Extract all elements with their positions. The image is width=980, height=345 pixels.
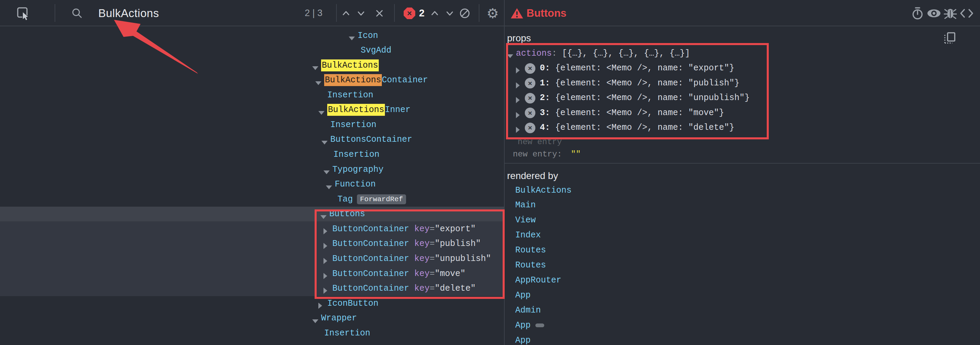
prev-error-button[interactable]	[428, 0, 442, 26]
array-index: 3:	[540, 108, 555, 118]
panel-divider[interactable]	[504, 0, 505, 345]
row-text: "export"	[435, 224, 476, 234]
log-bug-icon[interactable]	[942, 0, 958, 26]
owner-item[interactable]: Routes	[515, 243, 546, 258]
chevron-right-icon[interactable]	[516, 75, 520, 91]
array-item-preview: {element: <Memo />, name: "delete"}	[555, 123, 734, 133]
owner-item[interactable]: Index	[515, 228, 541, 243]
forwardref-badge: ForwardRef	[357, 194, 406, 204]
owner-item[interactable]: Admin	[515, 303, 541, 318]
view-source-code-icon[interactable]	[959, 0, 975, 26]
delete-entry-icon[interactable]: ×	[525, 108, 535, 118]
tree-row[interactable]: Function	[0, 177, 504, 192]
row-text: key	[414, 224, 430, 234]
inspect-dom-eye-icon[interactable]	[926, 0, 942, 26]
row-text: =	[430, 224, 435, 234]
props-array-item[interactable]: ×4: {element: <Memo />, name: "delete"}	[0, 120, 476, 135]
chevron-down-icon[interactable]	[349, 28, 355, 43]
tree-row-label: IconButton	[327, 296, 379, 311]
owner-item[interactable]: App	[515, 288, 531, 303]
chevron-down-icon[interactable]	[326, 177, 332, 192]
owner-item[interactable]: View	[515, 213, 536, 228]
chevron-down-icon[interactable]	[323, 162, 329, 177]
owner-label: View	[515, 215, 536, 225]
chevron-right-icon[interactable]	[323, 236, 327, 251]
chevron-down-icon[interactable]	[507, 46, 513, 61]
toolbar: BulkActions 2 | 3 × 2 ⚙ Buttons	[0, 0, 980, 26]
tree-row[interactable]: Insertion	[0, 147, 504, 162]
chevron-right-icon[interactable]	[516, 105, 520, 120]
tree-row[interactable]: IconButton	[0, 296, 504, 311]
chevron-right-icon[interactable]	[318, 296, 322, 311]
owner-label: Routes	[515, 260, 546, 270]
array-index: 0:	[540, 63, 555, 73]
clear-search-button[interactable]	[372, 0, 386, 26]
tree-row[interactable]: Wrapper	[0, 311, 504, 326]
chevron-right-icon[interactable]	[323, 281, 327, 296]
tree-row-label: ButtonContainer key="export"	[332, 221, 476, 236]
props-array-item[interactable]: ×3: {element: <Memo />, name: "move"}	[0, 105, 476, 120]
copy-props-icon[interactable]	[941, 29, 958, 46]
chevron-right-icon[interactable]	[516, 61, 520, 76]
tree-row[interactable]: TagForwardRef	[0, 192, 504, 207]
owner-item[interactable]: AppRouter	[515, 273, 561, 288]
owner-item[interactable]: Routes	[515, 258, 546, 273]
delete-entry-icon[interactable]: ×	[525, 123, 535, 133]
settings-gear-icon[interactable]: ⚙	[485, 0, 501, 26]
new-entry-row[interactable]: new entry:""	[513, 150, 581, 159]
tree-row[interactable]: ButtonContainer key="export"	[0, 221, 504, 236]
toolbar-divider	[336, 4, 337, 22]
props-array-item[interactable]: ×1: {element: <Memo />, name: "publish"}	[0, 75, 476, 91]
tree-row[interactable]: Insertion	[0, 326, 504, 340]
props-array-item[interactable]: ×2: {element: <Memo />, name: "unpublish…	[0, 91, 476, 105]
chevron-right-icon[interactable]	[516, 91, 520, 105]
tree-row-label: Buttons	[329, 207, 365, 222]
delete-entry-icon[interactable]: ×	[525, 93, 535, 104]
props-item-text: 4: {element: <Memo />, name: "delete"}	[540, 120, 734, 135]
chevron-right-icon[interactable]	[323, 266, 327, 281]
row-text: Buttons	[329, 209, 365, 219]
tree-row-label: Wrapper	[321, 311, 357, 326]
owner-item[interactable]: BulkActions	[515, 183, 571, 198]
tree-row[interactable]: Typography	[0, 162, 504, 177]
tree-row[interactable]: ButtonContainer key="delete"	[0, 281, 504, 296]
suspense-stopwatch-icon[interactable]	[910, 0, 925, 26]
chevron-right-icon[interactable]	[323, 251, 327, 267]
props-array-item[interactable]: ×0: {element: <Memo />, name: "export"}	[0, 61, 476, 76]
tree-row[interactable]: Buttons	[0, 207, 504, 222]
tree-row-label: ButtonContainer key="publish"	[332, 236, 481, 251]
owner-item[interactable]: App	[515, 318, 544, 333]
tree-row-label: ButtonContainer key="move"	[332, 266, 465, 281]
chevron-right-icon[interactable]	[516, 120, 520, 135]
new-entry-value[interactable]: ""	[571, 150, 581, 159]
delete-entry-icon[interactable]: ×	[525, 63, 535, 74]
tree-row[interactable]: Icon	[0, 28, 504, 43]
next-result-button[interactable]	[354, 0, 368, 26]
owner-label: App	[515, 290, 531, 300]
row-text: ButtonContainer	[332, 239, 414, 249]
chevron-down-icon[interactable]	[320, 207, 326, 222]
owner-label: Admin	[515, 305, 541, 315]
new-entry-inner[interactable]: new entry	[518, 137, 562, 147]
next-error-button[interactable]	[443, 0, 457, 26]
prev-result-button[interactable]	[339, 0, 353, 26]
chevron-down-icon[interactable]	[312, 311, 318, 326]
tree-row[interactable]: ButtonContainer key="unpublish"	[0, 251, 504, 267]
row-text: ButtonContainer	[332, 269, 414, 279]
props-section-header: props	[507, 33, 531, 44]
row-text: key	[414, 269, 430, 279]
clear-errors-icon[interactable]	[457, 0, 472, 26]
props-row-actions[interactable]: actions: [{…}, {…}, {…}, {…}, {…}]	[0, 46, 476, 61]
owner-item[interactable]: App	[515, 333, 531, 345]
inspect-element-icon[interactable]	[15, 0, 32, 26]
search-input[interactable]: BulkActions	[98, 0, 159, 26]
chevron-right-icon[interactable]	[323, 221, 327, 236]
row-text: =	[430, 284, 435, 294]
owner-label: App	[515, 320, 531, 330]
array-index: 2:	[540, 93, 555, 103]
owner-item[interactable]: Main	[515, 198, 536, 213]
tree-row[interactable]: ButtonContainer key="publish"	[0, 236, 504, 251]
row-text: ButtonContainer	[332, 224, 414, 234]
delete-entry-icon[interactable]: ×	[525, 78, 535, 88]
tree-row[interactable]: ButtonContainer key="move"	[0, 266, 504, 281]
